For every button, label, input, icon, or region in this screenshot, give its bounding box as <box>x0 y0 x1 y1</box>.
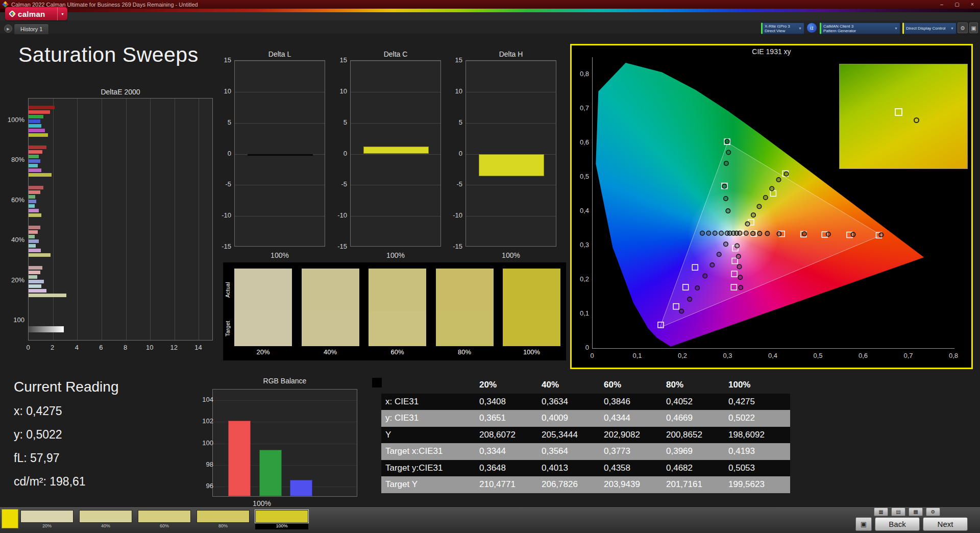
back-button[interactable]: Back <box>875 517 920 531</box>
pattern-window-button[interactable]: ▣ <box>855 517 872 531</box>
pattern-display-button[interactable]: ▦ <box>874 507 888 516</box>
deltae2000-plot <box>28 98 213 341</box>
calman-menu-button[interactable]: calman ▼ <box>5 7 67 20</box>
reading-fl: fL: 57,97 <box>14 451 187 465</box>
target-marker-icon <box>895 108 902 116</box>
deltae-bar <box>29 195 35 199</box>
delta-y-tick: 5 <box>328 118 347 126</box>
swatch-label: 60% <box>369 348 426 356</box>
gridline <box>235 92 325 92</box>
close-button[interactable]: × <box>965 0 980 9</box>
mini-toolbar: ▦▤▩⚙ <box>874 507 940 516</box>
settings-button[interactable]: ⚙ <box>926 507 940 516</box>
swatch-percent-label: 40% <box>79 523 132 529</box>
tab-history-1[interactable]: History 1 <box>14 23 49 34</box>
table-column-header: 60% <box>603 380 665 390</box>
delta-l-xlabel: 100% <box>234 251 325 259</box>
deltae-bar <box>29 244 36 248</box>
deltae-group-label: 20% <box>1 276 24 284</box>
table-value-cell: 0,3408 <box>478 397 541 407</box>
table-value-cell: 0,4275 <box>727 397 790 407</box>
calman-app-window: Calman 2022 Calman Ultimate for Business… <box>0 0 980 533</box>
saturation-level-swatch[interactable]: 100% <box>255 510 308 529</box>
maximize-button[interactable]: ▢ <box>949 0 965 9</box>
cie-measured-marker <box>706 231 710 235</box>
minimize-button[interactable]: – <box>934 0 949 9</box>
saturation-level-swatch[interactable]: 40% <box>79 510 132 529</box>
history-nav-button[interactable]: ▶ <box>4 25 12 33</box>
cie-y-tick: 0,4 <box>573 207 589 214</box>
table-row: x: CIE310,34080,36340,38460,40520,4275 <box>381 394 790 410</box>
deltae-bar <box>29 129 45 132</box>
gridline <box>466 92 556 92</box>
swatch-label: 40% <box>302 348 359 356</box>
target-row-label: Target <box>225 310 232 347</box>
meter-dropdown[interactable]: X-Rite i1Pro 3 Direct View ▼ <box>761 22 804 34</box>
workspace-layout-button[interactable]: ▣ <box>969 22 978 33</box>
cie-y-tick: 0 <box>573 344 589 351</box>
cie-y-tick: 0,1 <box>573 309 589 317</box>
table-value-cell: 0,5022 <box>727 413 790 423</box>
deltae-group-label: 80% <box>1 156 24 163</box>
deltae-bar <box>29 239 39 243</box>
cie-zoom-inset <box>839 64 968 169</box>
saturation-level-swatch[interactable]: 20% <box>20 510 74 529</box>
target-swatch <box>369 311 426 346</box>
swatch-cell <box>302 269 359 346</box>
cie-measured-marker <box>776 178 780 182</box>
table-row: Y208,6072205,3444202,9082200,8652198,609… <box>381 427 790 444</box>
deltae-x-tick: 8 <box>118 344 133 351</box>
source-dropdown[interactable]: CalMAN Client 3 Pattern Generator ▼ <box>820 22 900 34</box>
cie-y-tick: 0,3 <box>573 241 589 249</box>
cie-measured-marker <box>713 231 717 235</box>
delta-y-tick: 0 <box>328 150 347 157</box>
deltae-x-tick: 4 <box>69 344 84 351</box>
gridline <box>351 92 440 92</box>
gridline <box>199 99 199 340</box>
next-button[interactable]: Next <box>923 517 968 531</box>
rgb-bar-green <box>259 450 282 496</box>
swatch-percent-label: 60% <box>138 523 191 529</box>
menu-caret-icon[interactable]: ▼ <box>57 7 67 20</box>
saturation-level-swatch[interactable]: 80% <box>197 510 250 529</box>
swatch-color <box>79 510 132 523</box>
display-dropdown[interactable]: Direct Display Control ▼ <box>902 22 957 34</box>
rgb-y-tick: 100 <box>194 439 213 447</box>
actual-row-label: Actual <box>225 272 232 308</box>
table-value-cell: 198,6092 <box>727 430 790 440</box>
swatch-percent-label: 20% <box>20 523 74 529</box>
meter-name: X-Rite i1Pro 3 <box>765 24 796 29</box>
table-value-cell: 0,4013 <box>541 463 603 473</box>
rgb-y-tick: 102 <box>194 417 213 425</box>
cie-measured-marker <box>757 231 762 235</box>
meter-mode: Direct View <box>765 29 796 33</box>
cie-measured-marker <box>719 231 723 235</box>
rgb-balance-title: RGB Balance <box>212 377 357 385</box>
print-button[interactable]: ▩ <box>909 507 923 516</box>
gridline <box>466 61 556 61</box>
deltae-bar <box>29 284 41 288</box>
delta-y-tick: -10 <box>328 211 347 219</box>
table-value-cell: 0,3969 <box>665 446 727 456</box>
table-value-cell: 0,4052 <box>665 397 727 407</box>
meter-badge-icon[interactable]: i1 <box>806 22 817 33</box>
deltae-x-tick: 0 <box>21 344 35 351</box>
cie-measured-marker <box>738 275 742 279</box>
report-button[interactable]: ▤ <box>891 507 905 516</box>
table-value-cell: 210,4771 <box>478 479 541 490</box>
cie-y-axis <box>592 57 593 348</box>
rgb-y-tick: 104 <box>194 396 213 403</box>
cie-measured-marker <box>737 264 741 269</box>
saturation-level-swatch[interactable]: 60% <box>138 510 191 529</box>
gridline <box>235 185 325 185</box>
cie-measured-marker <box>724 197 728 201</box>
deltae-bar <box>29 266 42 270</box>
rgb-balance-chart: RGB Balance 100% 1041021009896 <box>194 377 370 507</box>
deltae-bar <box>29 186 43 189</box>
cie-measured-marker <box>751 231 755 235</box>
current-reading-title: Current Reading <box>14 379 187 395</box>
cie-1931-chart[interactable]: CIE 1931 xy 00,10,20,30,40,50,60,70,800,… <box>570 44 973 369</box>
swatch-color <box>20 510 74 523</box>
settings-gear-button[interactable]: ⚙ <box>958 22 968 33</box>
swatch-label: 20% <box>234 348 292 356</box>
